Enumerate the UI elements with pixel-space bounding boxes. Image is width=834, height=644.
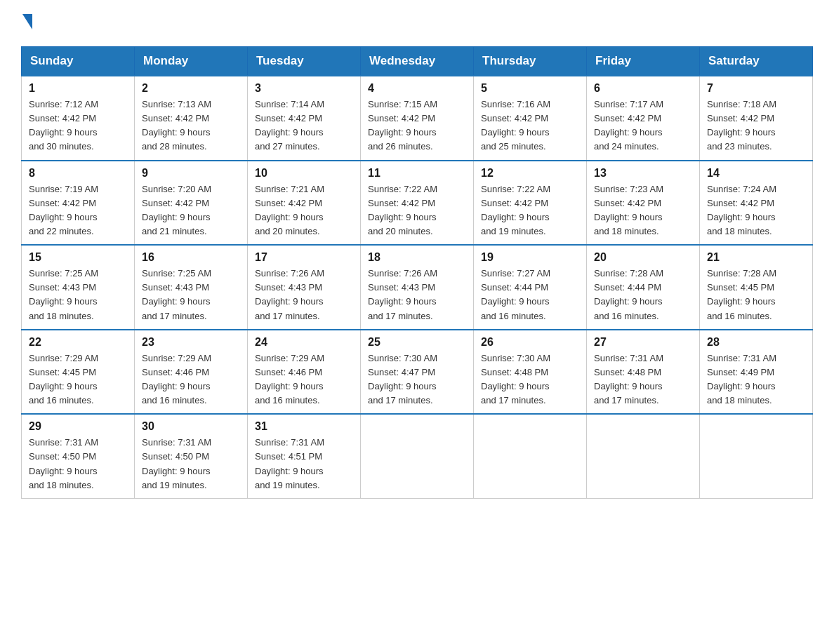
calendar-cell: 2 Sunrise: 7:13 AMSunset: 4:42 PMDayligh…: [135, 76, 248, 161]
calendar-cell: 17 Sunrise: 7:26 AMSunset: 4:43 PMDaylig…: [248, 245, 361, 330]
cell-day-number: 2: [142, 82, 240, 95]
calendar-cell: 27 Sunrise: 7:31 AMSunset: 4:48 PMDaylig…: [587, 330, 700, 415]
cell-info: Sunrise: 7:14 AMSunset: 4:42 PMDaylight:…: [255, 98, 353, 154]
calendar-table: SundayMondayTuesdayWednesdayThursdayFrid…: [21, 46, 813, 499]
cell-day-number: 21: [707, 251, 805, 264]
cell-info: Sunrise: 7:27 AMSunset: 4:44 PMDaylight:…: [481, 267, 579, 323]
cell-info: Sunrise: 7:26 AMSunset: 4:43 PMDaylight:…: [368, 267, 466, 323]
cell-day-number: 31: [255, 420, 353, 433]
cell-day-number: 15: [29, 251, 127, 264]
cell-info: Sunrise: 7:22 AMSunset: 4:42 PMDaylight:…: [481, 182, 579, 239]
calendar-cell: 11 Sunrise: 7:22 AMSunset: 4:42 PMDaylig…: [361, 161, 474, 246]
calendar-cell: 20 Sunrise: 7:28 AMSunset: 4:44 PMDaylig…: [587, 245, 700, 330]
cell-day-number: 10: [255, 167, 353, 180]
cell-info: Sunrise: 7:17 AMSunset: 4:42 PMDaylight:…: [594, 98, 692, 154]
cell-info: Sunrise: 7:13 AMSunset: 4:42 PMDaylight:…: [142, 98, 240, 154]
cell-info: Sunrise: 7:31 AMSunset: 4:51 PMDaylight:…: [255, 436, 353, 492]
cell-info: Sunrise: 7:31 AMSunset: 4:49 PMDaylight:…: [707, 351, 805, 408]
cell-info: Sunrise: 7:23 AMSunset: 4:42 PMDaylight:…: [594, 182, 692, 239]
cell-day-number: 13: [594, 167, 692, 180]
calendar-cell: 15 Sunrise: 7:25 AMSunset: 4:43 PMDaylig…: [22, 245, 135, 330]
cell-day-number: 23: [142, 336, 240, 349]
calendar-cell: 26 Sunrise: 7:30 AMSunset: 4:48 PMDaylig…: [474, 330, 587, 415]
cell-info: Sunrise: 7:22 AMSunset: 4:42 PMDaylight:…: [368, 182, 466, 239]
calendar-cell: 4 Sunrise: 7:15 AMSunset: 4:42 PMDayligh…: [361, 76, 474, 161]
cell-info: Sunrise: 7:21 AMSunset: 4:42 PMDaylight:…: [255, 182, 353, 239]
cell-day-number: 7: [707, 82, 805, 95]
calendar-cell: [474, 414, 587, 498]
calendar-cell: 29 Sunrise: 7:31 AMSunset: 4:50 PMDaylig…: [22, 414, 135, 498]
cell-day-number: 8: [29, 167, 127, 180]
cell-day-number: 22: [29, 336, 127, 349]
cell-info: Sunrise: 7:28 AMSunset: 4:45 PMDaylight:…: [707, 267, 805, 323]
header-wednesday: Wednesday: [361, 47, 474, 76]
calendar-body: 1 Sunrise: 7:12 AMSunset: 4:42 PMDayligh…: [22, 76, 813, 498]
cell-day-number: 3: [255, 82, 353, 95]
cell-day-number: 6: [594, 82, 692, 95]
cell-info: Sunrise: 7:31 AMSunset: 4:50 PMDaylight:…: [29, 436, 127, 492]
calendar-cell: 18 Sunrise: 7:26 AMSunset: 4:43 PMDaylig…: [361, 245, 474, 330]
cell-day-number: 25: [368, 336, 466, 349]
calendar-cell: 13 Sunrise: 7:23 AMSunset: 4:42 PMDaylig…: [587, 161, 700, 246]
cell-info: Sunrise: 7:16 AMSunset: 4:42 PMDaylight:…: [481, 98, 579, 154]
calendar-cell: 16 Sunrise: 7:25 AMSunset: 4:43 PMDaylig…: [135, 245, 248, 330]
calendar-cell: 25 Sunrise: 7:30 AMSunset: 4:47 PMDaylig…: [361, 330, 474, 415]
calendar-cell: 19 Sunrise: 7:27 AMSunset: 4:44 PMDaylig…: [474, 245, 587, 330]
calendar-cell: 21 Sunrise: 7:28 AMSunset: 4:45 PMDaylig…: [700, 245, 813, 330]
calendar-cell: 3 Sunrise: 7:14 AMSunset: 4:42 PMDayligh…: [248, 76, 361, 161]
cell-day-number: 4: [368, 82, 466, 95]
calendar-cell: 5 Sunrise: 7:16 AMSunset: 4:42 PMDayligh…: [474, 76, 587, 161]
header-tuesday: Tuesday: [248, 47, 361, 76]
calendar-week-row: 1 Sunrise: 7:12 AMSunset: 4:42 PMDayligh…: [22, 76, 813, 161]
calendar-cell: 1 Sunrise: 7:12 AMSunset: 4:42 PMDayligh…: [22, 76, 135, 161]
cell-info: Sunrise: 7:24 AMSunset: 4:42 PMDaylight:…: [707, 182, 805, 239]
cell-day-number: 14: [707, 167, 805, 180]
cell-info: Sunrise: 7:15 AMSunset: 4:42 PMDaylight:…: [368, 98, 466, 154]
cell-info: Sunrise: 7:29 AMSunset: 4:45 PMDaylight:…: [29, 351, 127, 408]
cell-day-number: 12: [481, 167, 579, 180]
calendar-cell: [587, 414, 700, 498]
cell-info: Sunrise: 7:31 AMSunset: 4:48 PMDaylight:…: [594, 351, 692, 408]
header-sunday: Sunday: [22, 47, 135, 76]
cell-day-number: 11: [368, 167, 466, 180]
cell-info: Sunrise: 7:29 AMSunset: 4:46 PMDaylight:…: [255, 351, 353, 408]
page-header: [21, 14, 813, 32]
cell-day-number: 26: [481, 336, 579, 349]
calendar-week-row: 8 Sunrise: 7:19 AMSunset: 4:42 PMDayligh…: [22, 161, 813, 246]
cell-info: Sunrise: 7:30 AMSunset: 4:48 PMDaylight:…: [481, 351, 579, 408]
calendar-cell: [361, 414, 474, 498]
cell-day-number: 29: [29, 420, 127, 433]
calendar-week-row: 22 Sunrise: 7:29 AMSunset: 4:45 PMDaylig…: [22, 330, 813, 415]
header-saturday: Saturday: [700, 47, 813, 76]
calendar-cell: [700, 414, 813, 498]
cell-info: Sunrise: 7:25 AMSunset: 4:43 PMDaylight:…: [29, 267, 127, 323]
calendar-cell: 8 Sunrise: 7:19 AMSunset: 4:42 PMDayligh…: [22, 161, 135, 246]
cell-info: Sunrise: 7:30 AMSunset: 4:47 PMDaylight:…: [368, 351, 466, 408]
cell-day-number: 20: [594, 251, 692, 264]
cell-info: Sunrise: 7:25 AMSunset: 4:43 PMDaylight:…: [142, 267, 240, 323]
cell-day-number: 1: [29, 82, 127, 95]
logo: [21, 14, 32, 32]
calendar-cell: 14 Sunrise: 7:24 AMSunset: 4:42 PMDaylig…: [700, 161, 813, 246]
weekday-header-row: SundayMondayTuesdayWednesdayThursdayFrid…: [22, 47, 813, 76]
calendar-cell: 12 Sunrise: 7:22 AMSunset: 4:42 PMDaylig…: [474, 161, 587, 246]
calendar-header: SundayMondayTuesdayWednesdayThursdayFrid…: [22, 47, 813, 76]
calendar-cell: 6 Sunrise: 7:17 AMSunset: 4:42 PMDayligh…: [587, 76, 700, 161]
cell-day-number: 16: [142, 251, 240, 264]
cell-day-number: 24: [255, 336, 353, 349]
cell-day-number: 28: [707, 336, 805, 349]
calendar-cell: 23 Sunrise: 7:29 AMSunset: 4:46 PMDaylig…: [135, 330, 248, 415]
cell-info: Sunrise: 7:20 AMSunset: 4:42 PMDaylight:…: [142, 182, 240, 239]
calendar-cell: 24 Sunrise: 7:29 AMSunset: 4:46 PMDaylig…: [248, 330, 361, 415]
cell-day-number: 9: [142, 167, 240, 180]
cell-day-number: 18: [368, 251, 466, 264]
cell-day-number: 5: [481, 82, 579, 95]
cell-info: Sunrise: 7:28 AMSunset: 4:44 PMDaylight:…: [594, 267, 692, 323]
calendar-cell: 30 Sunrise: 7:31 AMSunset: 4:50 PMDaylig…: [135, 414, 248, 498]
header-monday: Monday: [135, 47, 248, 76]
cell-info: Sunrise: 7:26 AMSunset: 4:43 PMDaylight:…: [255, 267, 353, 323]
calendar-cell: 9 Sunrise: 7:20 AMSunset: 4:42 PMDayligh…: [135, 161, 248, 246]
cell-day-number: 19: [481, 251, 579, 264]
cell-info: Sunrise: 7:31 AMSunset: 4:50 PMDaylight:…: [142, 436, 240, 492]
calendar-cell: 22 Sunrise: 7:29 AMSunset: 4:45 PMDaylig…: [22, 330, 135, 415]
